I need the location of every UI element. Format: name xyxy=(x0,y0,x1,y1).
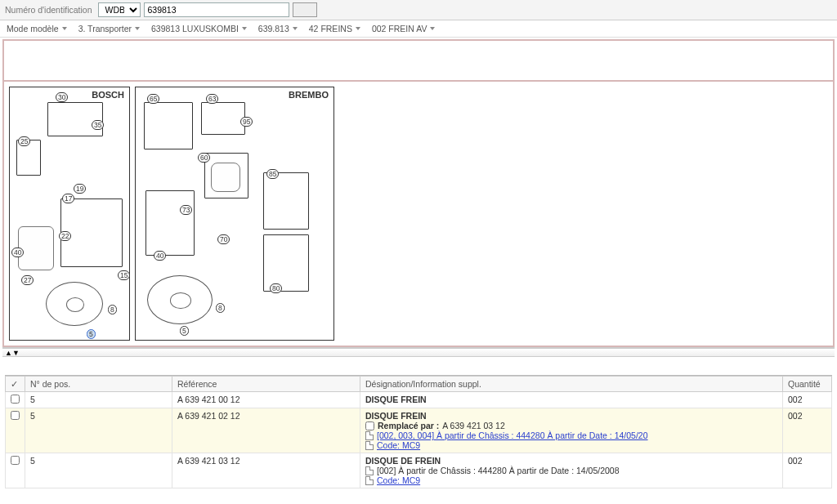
panel-title: BREMBO xyxy=(289,90,329,100)
diagram-header-blank xyxy=(4,41,833,82)
callout: 5 xyxy=(180,326,189,336)
info-link[interactable]: [002, 003, 004] À partir de Châssis : 44… xyxy=(377,430,648,440)
ident-label: Numéro d'identification xyxy=(5,5,92,15)
row-checkbox[interactable] xyxy=(11,395,20,404)
diagram-panel-brembo[interactable]: BREMBO 65 63 95 60 73 85 70 40 80 8 5 xyxy=(135,87,334,341)
cell-pos: 5 xyxy=(25,392,172,408)
cell-ref: A 639 421 00 12 xyxy=(172,392,360,408)
callout: 73 xyxy=(180,205,192,215)
callout: 95 xyxy=(240,117,253,127)
parts-table: ✓ N° de pos. Référence Désignation/Infor… xyxy=(5,376,832,488)
crumb-transporter[interactable]: 3. Transporter xyxy=(78,24,140,33)
table-row[interactable]: 5A 639 421 02 12DISQUE FREINRemplacé par… xyxy=(6,408,832,453)
callout: 30 xyxy=(56,92,68,102)
info-text: [002] À partir de Châssis : 444280 À par… xyxy=(377,466,620,475)
col-checkbox[interactable]: ✓ xyxy=(6,377,25,392)
cell-ref: A 639 421 03 12 xyxy=(172,453,360,488)
callout: 25 xyxy=(18,136,30,146)
designation-title: DISQUE FREIN xyxy=(365,395,777,404)
callout: 60 xyxy=(198,153,210,163)
callout: 15 xyxy=(118,270,130,280)
callout: 65 xyxy=(147,94,159,104)
callout: 63 xyxy=(206,94,218,104)
col-quantity[interactable]: Quantité xyxy=(783,377,832,392)
callout: 35 xyxy=(92,120,104,130)
crumb-subgroup[interactable]: 002 FREIN AV xyxy=(372,24,436,33)
page-icon xyxy=(365,441,374,450)
row-checkbox[interactable] xyxy=(11,411,20,420)
callout: 40 xyxy=(154,251,166,261)
panel-title: BOSCH xyxy=(92,90,124,100)
cell-ref: A 639 421 02 12 xyxy=(172,408,360,453)
callout: 80 xyxy=(270,283,282,293)
diagram-container: BOSCH 30 35 25 19 17 22 40 27 15 8 5 BRE… xyxy=(2,39,835,347)
cell-qty: 002 xyxy=(783,408,832,453)
identification-bar: Numéro d'identification WDB xyxy=(0,0,837,20)
cell-designation: DISQUE FREIN xyxy=(360,392,783,408)
ident-submit-button[interactable] xyxy=(293,2,317,17)
panel-splitter[interactable]: ▲▼ xyxy=(2,347,835,357)
callout: 17 xyxy=(62,194,74,203)
ident-number-input[interactable] xyxy=(144,2,289,17)
row-checkbox[interactable] xyxy=(11,456,20,465)
cell-qty: 002 xyxy=(783,453,832,488)
replaced-checkbox[interactable] xyxy=(365,421,374,430)
chevron-down-icon xyxy=(430,27,435,30)
diagram-body: BOSCH 30 35 25 19 17 22 40 27 15 8 5 BRE… xyxy=(4,82,833,346)
cell-pos: 5 xyxy=(25,408,172,453)
callout: 8 xyxy=(108,305,117,314)
callout: 85 xyxy=(266,169,279,179)
cell-qty: 002 xyxy=(783,392,832,408)
crumb-model[interactable]: 639813 LUXUSKOMBI xyxy=(151,24,247,33)
chevron-down-icon xyxy=(242,27,247,30)
chevron-down-icon xyxy=(356,27,360,30)
info-link[interactable]: Code: MC9 xyxy=(377,440,420,450)
designation-line: [002, 003, 004] À partir de Châssis : 44… xyxy=(365,430,777,440)
callout: 70 xyxy=(217,234,230,244)
callout: 27 xyxy=(21,275,34,285)
breadcrumb: Mode modèle 3. Transporter 639813 LUXUSK… xyxy=(0,20,837,38)
callout: 40 xyxy=(11,248,24,257)
diagram-panel-bosch[interactable]: BOSCH 30 35 25 19 17 22 40 27 15 8 5 xyxy=(9,87,130,341)
page-icon xyxy=(365,476,374,485)
cell-designation: DISQUE DE FREIN[002] À partir de Châssis… xyxy=(360,453,783,488)
page-icon xyxy=(365,431,374,440)
callout: 5 xyxy=(87,329,96,339)
parts-table-wrap: ✓ N° de pos. Référence Désignation/Infor… xyxy=(5,375,832,488)
col-reference[interactable]: Référence xyxy=(172,377,360,392)
col-designation[interactable]: Désignation/Information suppl. xyxy=(360,377,783,392)
page-icon xyxy=(365,466,374,475)
chevron-down-icon xyxy=(135,27,140,30)
crumb-mode[interactable]: Mode modèle xyxy=(7,24,67,33)
col-position[interactable]: N° de pos. xyxy=(25,377,172,392)
designation-title: DISQUE FREIN xyxy=(365,411,777,421)
cell-pos: 5 xyxy=(25,453,172,488)
designation-line: [002] À partir de Châssis : 444280 À par… xyxy=(365,466,777,475)
cell-designation: DISQUE FREINRemplacé par : A 639 421 03 … xyxy=(360,408,783,453)
callout: 22 xyxy=(59,231,71,241)
table-row[interactable]: 5A 639 421 00 12DISQUE FREIN002 xyxy=(6,392,832,408)
designation-title: DISQUE DE FREIN xyxy=(365,456,777,466)
ident-prefix-select[interactable]: WDB xyxy=(98,2,141,17)
table-row[interactable]: 5A 639 421 03 12DISQUE DE FREIN[002] À p… xyxy=(6,453,832,488)
chevron-down-icon xyxy=(293,27,298,30)
callout: 8 xyxy=(216,303,225,313)
crumb-group[interactable]: 42 FREINS xyxy=(309,24,360,33)
designation-line: Code: MC9 xyxy=(365,475,777,485)
info-link[interactable]: Code: MC9 xyxy=(377,475,420,485)
replaced-by-line: Remplacé par : A 639 421 03 12 xyxy=(365,421,777,430)
chevron-down-icon xyxy=(62,27,67,30)
designation-line: Code: MC9 xyxy=(365,440,777,450)
callout: 19 xyxy=(74,184,86,194)
crumb-engine[interactable]: 639.813 xyxy=(258,24,298,33)
